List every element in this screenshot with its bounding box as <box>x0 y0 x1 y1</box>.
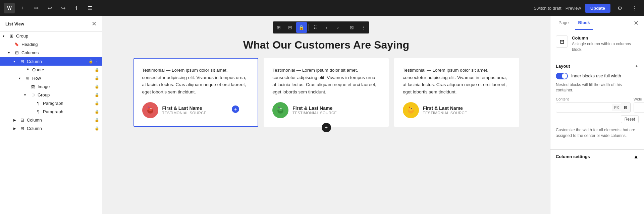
page-heading: What Our Customers Are Saying <box>109 39 543 51</box>
toggle-label: Inner blocks use full width <box>571 73 621 78</box>
block-info-section: ⊟ Column A single column within a column… <box>556 35 639 58</box>
testimonial-column-1[interactable]: Testimonial — Lorem ipsum dolor sit amet… <box>133 58 259 127</box>
sidebar-item-column3[interactable]: ▶ ⊟ Column 🔒 <box>0 124 102 133</box>
author-row-3: First & Last Name TESTIMONIAL SOURCE <box>403 102 511 118</box>
lock-icon: 🔒 <box>95 118 99 122</box>
sidebar-item-columns[interactable]: ▾ ⊞ Columns <box>0 49 102 57</box>
sidebar-item-column2[interactable]: ▶ ⊟ Column 🔒 <box>0 116 102 124</box>
sidebar-item-label: Columns <box>21 50 99 55</box>
layout-section-header: Layout ▲ <box>556 64 639 69</box>
group-icon: ⊞ <box>30 93 36 97</box>
lock-icon: 🔒 <box>95 93 99 97</box>
columns-view-button[interactable]: ⊞ <box>273 22 284 33</box>
avatar-bird-icon-2 <box>275 105 285 115</box>
column-settings-title: Column settings <box>556 154 590 159</box>
testimonial-column-3[interactable]: Testimonial — Lorem ipsum dolor sit amet… <box>394 58 519 127</box>
reset-button[interactable]: Reset <box>621 115 639 123</box>
heading-icon: 🔖 <box>13 42 20 47</box>
block-toolbar: ⊞ ⊟ 🔒 ⠿ ‹ › ⊠ ⋮ <box>273 21 369 33</box>
width-row: Content PX ⊟ Wide PX ⊟ <box>556 97 639 113</box>
quote-icon: ❝ <box>24 68 31 72</box>
sidebar-item-label: Heading <box>21 42 99 47</box>
caret-icon: ▶ <box>13 127 19 130</box>
svg-point-7 <box>281 108 281 109</box>
sidebar-item-image[interactable]: 🖼 Image 🔒 <box>0 82 102 91</box>
sidebar-item-quote[interactable]: ❝ Quote 🔒 <box>0 66 102 74</box>
edit-button[interactable]: ✏ <box>31 3 42 13</box>
toolbar-divider <box>308 24 309 31</box>
columns-icon: ⊞ <box>13 50 20 55</box>
wp-logo[interactable]: W <box>4 3 15 13</box>
block-icon: ⊟ <box>556 35 568 48</box>
right-panel-header: Page Block ✕ <box>550 16 644 30</box>
lock-icon: 🔒 <box>95 76 99 80</box>
preview-button[interactable]: Preview <box>566 6 581 11</box>
list-view-button[interactable]: ☰ <box>85 3 95 13</box>
wide-width-input[interactable] <box>634 103 644 112</box>
next-button[interactable]: › <box>333 22 343 33</box>
drag-handle[interactable]: ⠿ <box>310 22 321 33</box>
switch-draft-button[interactable]: Switch to draft <box>534 6 561 11</box>
more-options-button[interactable]: ⋮ <box>629 3 640 13</box>
add-block-float-button[interactable]: + <box>322 123 331 132</box>
lock-icon: 🔒 <box>95 126 99 131</box>
sidebar-item-group[interactable]: ▾ ⊞ Group <box>0 32 102 40</box>
update-button[interactable]: Update <box>585 4 610 13</box>
avatar-bird-icon-1 <box>145 105 155 115</box>
author-source-2: TESTIMONIAL SOURCE <box>292 111 337 115</box>
column-settings-header[interactable]: Column settings ▲ <box>550 149 644 164</box>
caret-icon: ▶ <box>13 118 19 122</box>
content-width-input[interactable] <box>556 103 612 112</box>
add-block-button[interactable]: + <box>17 3 28 13</box>
sidebar-item-heading[interactable]: 🔖 Heading <box>0 40 102 49</box>
sidebar-close-button[interactable]: ✕ <box>92 20 97 27</box>
sidebar-item-label: Paragraph <box>43 109 93 114</box>
author-info-2: First & Last Name TESTIMONIAL SOURCE <box>292 105 337 115</box>
column-view-button[interactable]: ⊟ <box>285 22 296 33</box>
redo-button[interactable]: ↪ <box>58 3 68 13</box>
lock-icon: 🔒 <box>95 110 99 114</box>
undo-button[interactable]: ↩ <box>44 3 55 13</box>
testimonial-text-2: Testimonial — Lorem ipsum dolor sit amet… <box>272 67 380 95</box>
tab-block[interactable]: Block <box>575 16 592 30</box>
caret-icon: ▾ <box>8 51 13 55</box>
layout-section-title: Layout <box>556 64 570 69</box>
svg-point-3 <box>150 108 151 109</box>
lock-icon: 🔒 <box>95 84 99 89</box>
testimonial-text-3: Testimonial — Lorem ipsum dolor sit amet… <box>403 67 511 95</box>
column-icon: ⊟ <box>19 59 25 64</box>
prev-next-button[interactable]: ‹ <box>321 22 332 33</box>
sidebar-title: List View <box>5 21 24 26</box>
more-options-button[interactable]: ⋮ <box>358 22 369 33</box>
group-icon: ⊞ <box>8 33 15 39</box>
right-panel-close-button[interactable]: ✕ <box>634 19 639 27</box>
more-icon[interactable]: ⋮ <box>95 59 99 64</box>
settings-button[interactable]: ⚙ <box>614 3 625 13</box>
inner-blocks-toggle[interactable] <box>556 73 568 79</box>
tab-page[interactable]: Page <box>556 16 571 30</box>
block-info-text: Column A single column within a columns … <box>572 35 639 53</box>
content-align-button[interactable]: ⊟ <box>621 103 631 112</box>
sidebar-item-group2[interactable]: ▾ ⊞ Group 🔒 <box>0 91 102 99</box>
column-icon: ⊟ <box>19 126 25 131</box>
row-icon: ⊞ <box>24 76 31 80</box>
sidebar-item-paragraph2[interactable]: ¶ Paragraph 🔒 <box>0 108 102 116</box>
sidebar-item-label: Row <box>32 76 93 81</box>
sidebar-item-row[interactable]: ▾ ⊞ Row 🔒 <box>0 74 102 82</box>
wide-width-group: Wide PX ⊟ <box>634 97 644 113</box>
sidebar-item-column-active[interactable]: ▾ ⊟ Column 🔒 ⋮ <box>0 57 102 66</box>
delete-button[interactable]: ⊠ <box>346 22 357 33</box>
toolbar-divider <box>345 24 345 31</box>
content-unit: PX <box>612 104 621 111</box>
caret-icon: ▾ <box>19 76 24 80</box>
columns-container: Testimonial — Lorem ipsum dolor sit amet… <box>133 58 519 127</box>
right-panel: Page Block ✕ ⊟ Column A single column wi… <box>550 16 644 214</box>
top-toolbar: W + ✏ ↩ ↪ ℹ ☰ Switch to draft Preview Up… <box>0 0 644 16</box>
testimonial-column-2[interactable]: Testimonial — Lorem ipsum dolor sit amet… <box>264 58 389 127</box>
info-button[interactable]: ℹ <box>71 3 82 13</box>
sidebar-item-paragraph1[interactable]: ¶ Paragraph 🔒 <box>0 99 102 108</box>
author-name-3: First & Last Name <box>423 105 467 111</box>
layout-collapse-icon[interactable]: ▲ <box>635 64 639 68</box>
lock-block-button[interactable]: 🔒 <box>296 22 307 33</box>
testimonial-text-1: Testimonial — Lorem ipsum dolor sit amet… <box>142 67 250 95</box>
